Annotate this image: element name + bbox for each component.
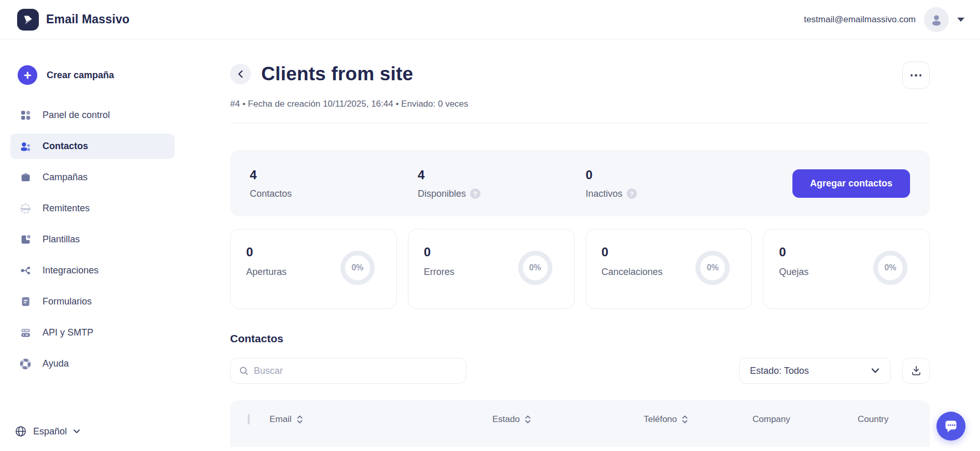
sidebar-item-label: Campañas: [42, 172, 88, 183]
contacts-heading: Contactos: [230, 332, 930, 345]
stat-value: 0: [586, 168, 754, 182]
sidebar-item-formularios[interactable]: Formularios: [10, 289, 175, 314]
stat-label: Contactos: [250, 188, 292, 199]
percent-ring: 0%: [340, 251, 375, 285]
column-header-telefono: Teléfono: [644, 414, 752, 425]
avatar[interactable]: [924, 7, 949, 32]
stat-value: 4: [418, 168, 586, 182]
sidebar-item-contactos[interactable]: Contactos: [10, 134, 175, 159]
sidebar-item-plantillas[interactable]: Plantillas: [10, 227, 175, 252]
sidebar-item-campanas[interactable]: Campañas: [10, 165, 175, 190]
brand-name: Email Massivo: [46, 12, 130, 26]
stat-label: Disponibles: [418, 188, 466, 199]
column-header-company: Company: [752, 414, 858, 425]
metric-card-quejas: 0 Quejas 0%: [763, 229, 930, 309]
metric-card-errores: 0 Errores 0%: [408, 229, 575, 309]
more-actions-button[interactable]: [902, 62, 930, 89]
chat-bubble-icon: [942, 417, 960, 435]
help-icon: [20, 358, 31, 370]
contacts-table-header: Email Estado Teléfono: [230, 400, 930, 447]
sort-icon[interactable]: [296, 415, 303, 424]
user-menu-caret-icon[interactable]: [957, 18, 964, 22]
brand-logo-icon: [17, 9, 39, 31]
search-icon: [239, 366, 249, 376]
sidebar-item-label: API y SMTP: [42, 327, 93, 338]
language-label: Español: [33, 426, 67, 437]
dashboard-icon: [20, 110, 31, 121]
stat-contactos: 4 Contactos: [250, 168, 418, 199]
campaigns-icon: [20, 172, 31, 183]
senders-icon: www: [20, 203, 31, 214]
plus-icon: +: [18, 65, 37, 85]
sidebar-item-label: Remitentes: [42, 203, 90, 214]
api-smtp-icon: [20, 327, 31, 339]
summary-band: 4 Contactos 4 Disponibles ? 0 Inactivos …: [230, 150, 930, 216]
page-title-row: Clients from site: [230, 63, 930, 85]
select-all-checkbox[interactable]: [248, 414, 250, 425]
chevron-left-icon: [237, 69, 244, 79]
column-header-estado: Estado: [492, 414, 644, 425]
main-content: Clients from site #4 • Fecha de creación…: [185, 39, 980, 451]
table-controls: Estado: Todos: [230, 358, 930, 384]
top-header: Email Massivo testmail@emailmassivo.com: [0, 0, 980, 39]
stat-inactivos: 0 Inactivos ?: [586, 168, 754, 199]
globe-icon: [15, 425, 27, 438]
sidebar-item-api-smtp[interactable]: API y SMTP: [10, 320, 175, 345]
sidebar-item-label: Integraciones: [42, 265, 98, 276]
user-icon: [930, 13, 943, 26]
column-header-country: Country: [858, 414, 930, 425]
back-button[interactable]: [230, 64, 251, 84]
language-switcher[interactable]: Español: [15, 425, 80, 438]
sidebar-nav: Panel de control Contactos: [10, 103, 175, 376]
sort-icon[interactable]: [524, 415, 531, 424]
create-campaign-button[interactable]: + Crear campaña: [10, 60, 175, 90]
sidebar-item-label: Formularios: [42, 296, 92, 307]
page-title: Clients from site: [261, 63, 413, 85]
status-filter-select[interactable]: Estado: Todos: [739, 358, 891, 384]
sidebar-item-remitentes[interactable]: www Remitentes: [10, 196, 175, 221]
user-email: testmail@emailmassivo.com: [804, 14, 916, 25]
percent-ring: 0%: [873, 251, 907, 285]
download-icon: [911, 365, 922, 376]
sidebar-item-ayuda[interactable]: Ayuda: [10, 351, 175, 376]
sidebar-item-label: Ayuda: [42, 358, 69, 369]
chevron-down-icon: [73, 429, 80, 434]
help-icon[interactable]: ?: [470, 188, 480, 199]
stat-label: Inactivos: [586, 188, 622, 199]
metric-card-cancelaciones: 0 Cancelaciones 0%: [586, 229, 752, 309]
stat-disponibles: 4 Disponibles ?: [418, 168, 586, 199]
search-box: [230, 358, 466, 384]
create-campaign-label: Crear campaña: [47, 70, 114, 81]
search-input[interactable]: [254, 366, 458, 376]
sidebar-item-integraciones[interactable]: Integraciones: [10, 258, 175, 283]
chat-widget-button[interactable]: [936, 412, 965, 441]
sidebar: + Crear campaña Panel de control: [0, 39, 185, 451]
help-icon[interactable]: ?: [627, 188, 637, 199]
percent-ring: 0%: [518, 251, 552, 285]
stat-value: 4: [250, 168, 418, 182]
sidebar-item-panel-de-control[interactable]: Panel de control: [10, 103, 175, 128]
column-header-email: Email: [269, 414, 492, 425]
sidebar-item-label: Plantillas: [42, 234, 80, 245]
sidebar-item-label: Panel de control: [42, 110, 110, 121]
sidebar-item-label: Contactos: [42, 141, 88, 152]
contacts-icon: [20, 141, 31, 152]
metric-cards: 0 Aperturas 0% 0 Errores 0% 0 Cancelacio…: [230, 229, 930, 309]
divider: [230, 123, 930, 123]
templates-icon: [20, 234, 31, 245]
integrations-icon: [20, 265, 31, 277]
red-arrow-annotation: [969, 80, 980, 121]
status-filter-value: Estado: Todos: [750, 366, 809, 376]
ellipsis-icon: [911, 74, 913, 77]
sort-icon[interactable]: [681, 415, 688, 424]
forms-icon: [20, 296, 31, 308]
list-meta: #4 • Fecha de creación 10/11/2025, 16:44…: [230, 99, 930, 109]
export-download-button[interactable]: [902, 358, 930, 384]
add-contacts-button[interactable]: Agregar contactos: [792, 169, 910, 198]
metric-card-aperturas: 0 Aperturas 0%: [230, 229, 397, 309]
percent-ring: 0%: [695, 251, 730, 285]
svg-text:www: www: [21, 207, 30, 210]
chevron-down-icon: [871, 368, 880, 374]
